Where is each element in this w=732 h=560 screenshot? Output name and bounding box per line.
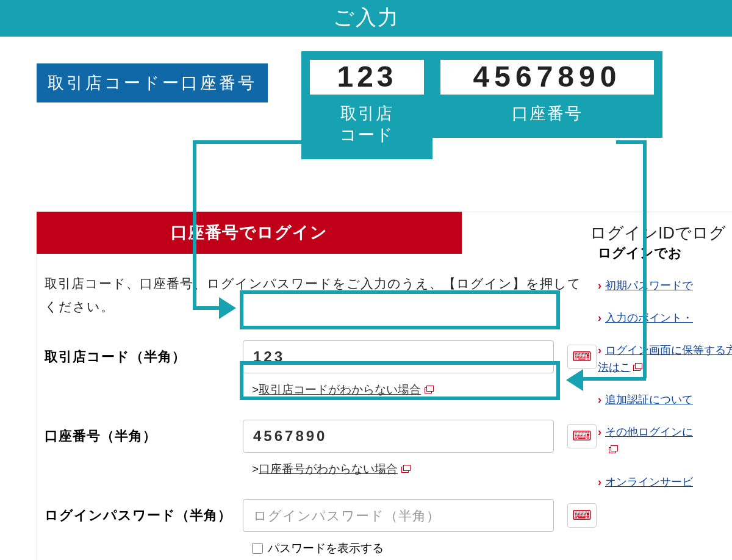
code-account-label: 取引店コードー口座番号	[37, 63, 268, 102]
show-password-checkbox[interactable]	[252, 543, 263, 554]
page-header: ご入力	[0, 0, 732, 37]
side-link-6: ›オンラインサービ	[598, 473, 732, 491]
side-link-5: ›その他ログインに	[598, 423, 732, 459]
side-link-online-service[interactable]: オンラインサービ	[605, 476, 693, 488]
side-link-1: ›初期パスワードで	[598, 277, 732, 295]
account-number-sample-box: 4567890 口座番号	[432, 51, 662, 138]
connector-line	[193, 306, 220, 310]
side-link-other-login[interactable]: その他ログインに	[605, 426, 693, 438]
branch-code-help-link[interactable]: 取引店コードがわからない場合	[259, 383, 421, 396]
branch-code-label: 取引店コード（半角）	[45, 348, 243, 366]
keyboard-icon: ⌨	[572, 349, 592, 365]
instruction-text: 取引店コード、口座番号、ログインパスワードをご入力のうえ、【ログイン】を押してく…	[45, 272, 581, 318]
password-input[interactable]	[243, 499, 554, 532]
external-link-icon	[401, 465, 410, 472]
caret-icon: ›	[598, 476, 601, 488]
account-number-help-link[interactable]: 口座番号がわからない場合	[259, 462, 398, 475]
side-link-input-tips[interactable]: 入力のポイント・	[605, 312, 693, 324]
connector-line	[643, 140, 647, 378]
branch-code-sample-label: 取引店 コード	[310, 103, 424, 146]
account-number-sample-label: 口座番号	[440, 103, 654, 124]
branch-code-input[interactable]	[243, 340, 554, 373]
connector-line	[583, 377, 646, 381]
side-help-panel: ログインでお ›初期パスワードで ›入力のポイント・ ›ログイン画面に保等する方…	[598, 244, 732, 505]
soft-keyboard-button-2[interactable]: ⌨	[567, 424, 597, 448]
side-link-save-screen[interactable]: ログイン画面に保等する方法はこ	[598, 344, 732, 374]
show-password-row: パスワードを表示する	[252, 540, 732, 556]
account-number-sample-value: 4567890	[440, 60, 654, 95]
branch-code-sample-value: 123	[310, 60, 424, 95]
account-number-label: 口座番号（半角）	[45, 427, 243, 445]
soft-keyboard-button-1[interactable]: ⌨	[567, 345, 597, 369]
tab-account-login[interactable]: 口座番号でログイン	[37, 212, 462, 254]
explanation-diagram: 取引店コードー口座番号 123 取引店 コード - 4567890 口座番号	[37, 63, 732, 201]
caret-icon: ›	[598, 344, 601, 356]
arrow-left-icon	[566, 369, 583, 391]
caret-icon: ›	[598, 393, 601, 406]
side-link-2: ›入力のポイント・	[598, 309, 732, 327]
external-link-icon	[425, 386, 433, 393]
caret-icon: ›	[598, 426, 601, 438]
password-label: ログインパスワード（半角）	[45, 506, 243, 525]
connector-line	[616, 140, 647, 144]
side-link-initial-password[interactable]: 初期パスワードで	[605, 279, 693, 292]
connector-line	[193, 140, 330, 144]
side-link-list: ›初期パスワードで ›入力のポイント・ ›ログイン画面に保等する方法はこ ›追加…	[598, 277, 732, 490]
connector-line	[193, 140, 196, 310]
account-number-input[interactable]	[243, 420, 554, 453]
side-heading: ログインでお	[598, 244, 732, 262]
arrow-right-icon	[219, 297, 236, 319]
caret-icon: ›	[598, 312, 601, 324]
side-link-4: ›追加認証について	[598, 391, 732, 409]
external-link-icon	[633, 364, 642, 370]
show-password-label: パスワードを表示する	[268, 540, 384, 556]
side-link-3: ›ログイン画面に保等する方法はこ	[598, 342, 732, 377]
keyboard-icon: ⌨	[572, 508, 592, 523]
caret-icon: ›	[598, 279, 601, 292]
keyboard-icon: ⌨	[572, 428, 592, 444]
side-link-additional-auth[interactable]: 追加認証について	[605, 393, 693, 406]
external-link-icon	[609, 446, 617, 453]
soft-keyboard-button-3[interactable]: ⌨	[567, 503, 597, 528]
